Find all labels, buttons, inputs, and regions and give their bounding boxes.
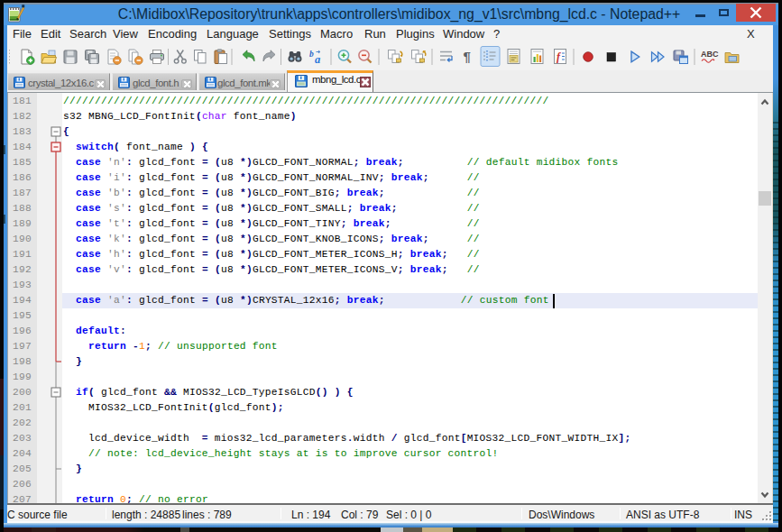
svg-text:a: a: [315, 53, 320, 66]
svg-text:ABC: ABC: [701, 50, 719, 59]
svg-text:¶: ¶: [464, 49, 471, 64]
svg-text:b: b: [309, 50, 314, 59]
